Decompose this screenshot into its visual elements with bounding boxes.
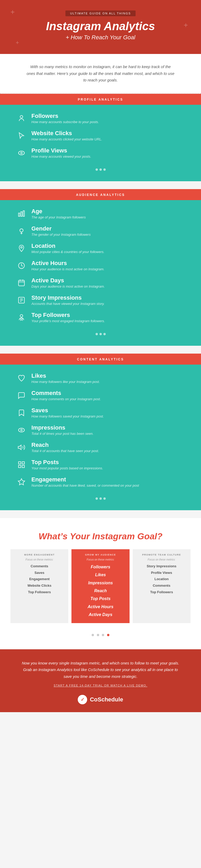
goal-carousel-dots — [10, 631, 191, 639]
list-item: Website Clicks — [13, 583, 65, 589]
bookmark-icon — [16, 407, 27, 418]
metric-engagement: Engagement Number of accounts that have … — [16, 476, 185, 488]
list-item: Top Followers — [136, 589, 188, 596]
metric-name: Story Impressions — [31, 294, 104, 301]
metric-likes: Likes How many followers like your Insta… — [16, 372, 185, 384]
metric-desc: How many followers like your Instagram p… — [31, 380, 100, 384]
svg-rect-24 — [22, 462, 25, 464]
logo-icon-circle: ✓ — [78, 695, 87, 704]
clock-icon — [16, 260, 27, 271]
profile-analytics-section: Profile Analytics Followers How many acc… — [0, 94, 201, 189]
metric-reach: Reach Total # of accounts that have seen… — [16, 442, 185, 453]
svg-rect-26 — [22, 465, 25, 467]
metric-desc: Days your audience is most active on Ins… — [31, 284, 105, 288]
metric-desc: Total # of times your post has been seen… — [31, 432, 94, 436]
metric-desc: Hour your audience is most active on Ins… — [31, 267, 104, 271]
audience-analytics-header: Audience Analytics — [0, 189, 201, 200]
metric-desc: How many accounts clicked your website U… — [31, 137, 102, 141]
goal-card-list-engagement: Comments Saves Engagement Website Clicks… — [13, 563, 65, 595]
goal-heading: What’s Your Instagram Goal? — [10, 531, 191, 541]
svg-point-2 — [21, 152, 22, 154]
list-item: Reach — [75, 587, 126, 595]
svg-point-19 — [20, 315, 23, 317]
metric-desc: How many accounts subscribe to your post… — [31, 120, 99, 124]
intro-section: With so many metrics to monitor on Insta… — [0, 54, 201, 94]
dot-4[interactable] — [107, 634, 109, 636]
footer-cta[interactable]: Start a Free 14-Day Trial or Watch a Liv… — [21, 684, 180, 687]
metric-saves: Saves How many followers saved your Inst… — [16, 407, 185, 418]
svg-marker-22 — [18, 445, 21, 450]
metric-gender: Gender The gender of your Instagram foll… — [16, 225, 185, 237]
profile-analytics-body: Followers How many accounts subscribe to… — [0, 105, 201, 181]
intro-text: With so many metrics to monitor on Insta… — [26, 63, 175, 84]
metric-top-followers: Top Followers Your profile’s most engage… — [16, 312, 185, 323]
list-item: Likes — [75, 571, 126, 579]
metric-active-days: Active Days Days your audience is most a… — [16, 277, 185, 289]
metric-desc: How many comments on your Instagram post… — [31, 397, 101, 401]
metric-name: Top Posts — [31, 459, 103, 466]
list-item: Comments — [136, 583, 188, 589]
goal-card-engagement: More Engagement Focus on these metrics: … — [10, 549, 68, 623]
metric-location: Location Most popular cities & countries… — [16, 243, 185, 254]
metric-desc: Your profile’s most engaged Instagram fo… — [31, 319, 105, 323]
metric-active-hours: Active Hours Hour your audience is most … — [16, 260, 185, 271]
metric-name: Likes — [31, 372, 100, 379]
user-icon — [16, 113, 27, 124]
metric-name: Top Followers — [31, 312, 105, 318]
svg-rect-3 — [19, 213, 20, 216]
metric-desc: Most popular cities & countries of your … — [31, 250, 104, 254]
chart-icon — [16, 208, 27, 219]
list-item: Comments — [13, 563, 65, 570]
hero-section: Ultimate Guide on All Things Instagram A… — [0, 0, 201, 54]
content-analytics-body: Likes How many followers like your Insta… — [0, 365, 201, 510]
gender-icon — [16, 225, 27, 237]
eye-icon — [16, 147, 27, 159]
heart-icon — [16, 372, 27, 384]
metric-name: Profile Views — [31, 147, 91, 154]
svg-rect-25 — [19, 465, 21, 467]
content-analytics-header: Content Analytics — [0, 353, 201, 365]
dot-2[interactable] — [97, 634, 99, 636]
impressions-eye-icon — [16, 424, 27, 436]
sound-icon — [16, 442, 27, 453]
metric-name: Active Days — [31, 277, 105, 284]
list-item: Followers — [75, 563, 126, 571]
svg-point-0 — [20, 116, 23, 118]
list-item: Active Days — [75, 611, 126, 619]
svg-point-21 — [21, 429, 22, 431]
audience-analytics-section: Audience Analytics Age The age of your I… — [0, 189, 201, 353]
coschedule-logo: ✓ CoSchedule — [21, 695, 180, 704]
dot-1[interactable] — [92, 634, 94, 636]
profile-dots — [16, 164, 185, 176]
dot-3[interactable] — [102, 634, 104, 636]
metric-age: Age The age of your Instagram followers — [16, 208, 185, 219]
metric-followers: Followers How many accounts subscribe to… — [16, 113, 185, 124]
hero-subtitle: + How To Reach Your Goal — [21, 34, 180, 41]
list-item: Engagement — [13, 576, 65, 583]
goal-card-grow: Grow My Audience Focus on these metrics:… — [71, 549, 129, 623]
goal-card-list-grow: Followers Likes Impressions Reach Top Po… — [75, 563, 126, 619]
list-item: Story Impressions — [136, 563, 188, 570]
svg-rect-23 — [19, 462, 21, 464]
metric-comments: Comments How many comments on your Insta… — [16, 390, 185, 401]
hero-decoration: + — [16, 39, 19, 46]
list-item: Impressions — [75, 579, 126, 587]
list-item: Top Followers — [13, 589, 65, 596]
goal-card-header-culture: Promote Team Culture — [136, 553, 188, 556]
metric-impressions: Impressions Total # of times your post h… — [16, 424, 185, 436]
metric-desc: The gender of your Instagram followers — [31, 232, 91, 237]
audience-dots — [16, 329, 185, 341]
svg-point-6 — [20, 229, 23, 232]
goal-card-list-culture: Story Impressions Profile Views Location… — [136, 563, 188, 595]
audience-analytics-body: Age The age of your Instagram followers … — [0, 200, 201, 346]
goal-cards-container: More Engagement Focus on these metrics: … — [10, 549, 191, 623]
metric-desc: Number of accounts that have liked, save… — [31, 484, 139, 488]
list-item: Saves — [13, 570, 65, 576]
list-item: Active Hours — [75, 603, 126, 611]
svg-rect-11 — [19, 280, 25, 286]
goal-card-focus-grow: Focus on these metrics: — [75, 558, 126, 561]
svg-point-9 — [21, 246, 22, 248]
metric-desc: Accounts that have viewed your Instagram… — [31, 302, 104, 306]
metric-name: Saves — [31, 407, 104, 414]
content-dots — [16, 493, 185, 505]
